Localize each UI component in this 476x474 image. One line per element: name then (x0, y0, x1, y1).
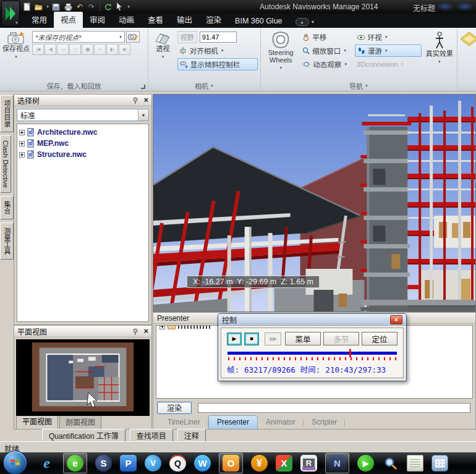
tree-item-architecture[interactable]: Architecture.nwc (19, 127, 147, 138)
sidetab-sets[interactable]: 集合 (0, 196, 14, 219)
tab-output[interactable]: 输出 (170, 12, 199, 28)
save-viewpoint-button[interactable]: 保存视点 ▼ (2, 30, 30, 80)
taskbar-navisworks-active[interactable]: N (325, 453, 349, 473)
redo-icon[interactable]: ↷ (87, 2, 96, 12)
taskbar-360-browser-active[interactable]: e (63, 453, 87, 473)
viewpoint-combo[interactable]: *未保存的视点* ▼ (32, 31, 125, 43)
playback-rewind-button[interactable]: |◀ (32, 44, 44, 55)
select-cursor-icon[interactable] (115, 2, 125, 12)
tab-animation[interactable]: 动画 (112, 12, 141, 28)
tab-presenter[interactable]: Presenter (208, 415, 258, 429)
taskbar-r-app[interactable]: R (300, 455, 317, 472)
plan-view-thumbnail[interactable] (16, 339, 150, 416)
tree-item-mep[interactable]: MEP.nwc (19, 138, 147, 149)
timeline-position-marker[interactable] (349, 349, 351, 357)
walk-button[interactable]: 漫游 ▼ (355, 44, 422, 57)
zoom-window-button[interactable]: 缩放窗口 ▼ (300, 44, 352, 57)
tab-review[interactable]: 审阅 (83, 12, 112, 28)
expand-plus-icon[interactable] (19, 152, 25, 158)
playback-stop-button[interactable]: □ (69, 44, 81, 55)
tab-find-items[interactable]: 查找项目 (130, 429, 173, 442)
playback-play-back-button[interactable]: ◁ (57, 44, 69, 55)
ribbon-minimize-toggle[interactable]: ▲ ▼ (295, 18, 315, 26)
playback-play-button[interactable]: ▷ (94, 44, 106, 55)
control-play-button[interactable]: ▶ (227, 332, 242, 345)
orbit-button[interactable]: 动态观察 ▼ (300, 58, 352, 70)
taskbar-outlook-active[interactable]: O (219, 453, 243, 473)
plan-view-close-icon[interactable]: × (143, 328, 148, 334)
tab-viewpoint[interactable]: 视点 (54, 12, 83, 28)
taskbar-calculator[interactable] (431, 455, 448, 472)
presenter-tree-item-clipped[interactable] (159, 325, 210, 331)
pin-icon[interactable] (132, 328, 139, 335)
render-button[interactable]: 渲染 (157, 402, 192, 414)
expand-plus-icon[interactable] (19, 130, 25, 135)
expand-plus-icon[interactable] (159, 325, 165, 329)
save-icon[interactable] (51, 2, 61, 12)
application-menu-button[interactable]: ▼ (1, 1, 20, 27)
tree-item-structure[interactable]: Structure.nwc (19, 149, 147, 160)
steering-wheels-button[interactable]: Steering Wheels ▼ (263, 30, 298, 80)
realism-button[interactable]: 真实效果 ▼ (424, 30, 454, 80)
sidetab-clash-detective[interactable]: Clash Detective (0, 135, 11, 193)
control-timeline-slider[interactable] (227, 350, 397, 361)
taskbar-pay[interactable]: ¥ (251, 455, 268, 472)
dialog-launcher-icon[interactable] (141, 85, 145, 89)
start-button[interactable] (3, 451, 27, 474)
look-around-button[interactable]: 环视 ▼ (355, 31, 422, 43)
control-dialog-titlebar[interactable]: 控制 × (218, 314, 406, 326)
playback-end-button[interactable]: ▶| (119, 44, 130, 55)
taskbar-media[interactable]: X (276, 455, 292, 472)
tab-home[interactable]: 常用 (25, 12, 54, 28)
open-file-icon[interactable] (34, 2, 44, 12)
tab-timeliner[interactable]: TimeLiner (159, 416, 208, 429)
playback-step-forward-button[interactable]: ▮▷ (106, 44, 118, 55)
pan-button[interactable]: 平移 (300, 31, 352, 43)
tab-quantification-workbook[interactable]: Quantification 工作簿 (42, 429, 125, 442)
tab-animator[interactable]: Animator (258, 416, 304, 429)
tab-comments[interactable]: 注释 (177, 429, 206, 442)
show-tilt-bar-button[interactable]: 显示倾斜控制栏 (177, 58, 258, 70)
sidetab-measure-tools[interactable]: 测量工具 (0, 222, 14, 260)
refresh-icon[interactable] (103, 2, 113, 12)
group-caption-camera[interactable]: 相机 ▼ (148, 80, 260, 91)
tab-bim360glue[interactable]: BIM 360 Glue (228, 15, 289, 28)
taskbar-kankan[interactable]: ▶ (357, 455, 374, 472)
selection-tree-scheme-combo[interactable]: 标准 ▼ (17, 109, 149, 121)
fov-input[interactable] (200, 32, 237, 43)
control-dialog-close-button[interactable]: × (390, 315, 402, 324)
tab-plan-view[interactable]: 平面视图 (16, 414, 58, 429)
expand-plus-icon[interactable] (19, 141, 25, 146)
lighting-partial-button[interactable] (460, 30, 476, 80)
3d-viewport[interactable]: X: -16.27 m Y: -29.69 m Z: 1.65 m (153, 94, 476, 312)
align-camera-button[interactable]: 对齐相机 ▼ (177, 44, 258, 57)
taskbar-qq[interactable]: Q (169, 455, 186, 472)
control-menu-button[interactable]: 菜单 (285, 332, 321, 345)
new-file-icon[interactable] (22, 2, 32, 12)
pin-icon[interactable] (132, 97, 139, 104)
group-caption-navigate[interactable]: 导航 ▼ (261, 80, 457, 91)
control-locate-button[interactable]: 定位 (362, 332, 397, 345)
sidetab-project-catalog[interactable]: 项目目录 (0, 95, 14, 132)
perspective-button[interactable]: 透视 ▼ (151, 30, 175, 80)
undo-icon[interactable]: ↶ (75, 2, 85, 12)
taskbar-ie[interactable]: e (38, 455, 55, 472)
tab-view[interactable]: 查看 (141, 12, 170, 28)
taskbar-wangwang[interactable]: W (194, 455, 211, 472)
taskbar-qq-player[interactable]: V (145, 455, 161, 472)
tab-render[interactable]: 渲染 (199, 12, 228, 28)
open-dropdown-icon[interactable]: ▼ (46, 5, 49, 9)
taskbar-search-tool[interactable] (382, 455, 399, 472)
tab-section-view[interactable]: 剖面视图 (59, 415, 101, 429)
selection-tree-close-icon[interactable]: × (143, 97, 148, 103)
taskbar-sogou[interactable]: S (95, 455, 112, 472)
playback-step-back-button[interactable]: ◀| (45, 44, 56, 55)
control-stop-button[interactable]: ■ (244, 332, 259, 345)
timeline-bar[interactable] (227, 352, 397, 355)
taskbar-notepad[interactable] (407, 455, 423, 472)
cursor-dropdown-icon[interactable]: ▼ (127, 5, 130, 9)
control-dialog[interactable]: 控制 × ▶ ■ ▶▶ 菜单 多节 定位 帧: 63217/89266 时间: … (218, 313, 407, 381)
taskbar-pps[interactable]: P (120, 455, 137, 472)
playback-pause-button[interactable]: ▮▮ (82, 44, 93, 55)
print-icon[interactable] (63, 2, 73, 12)
